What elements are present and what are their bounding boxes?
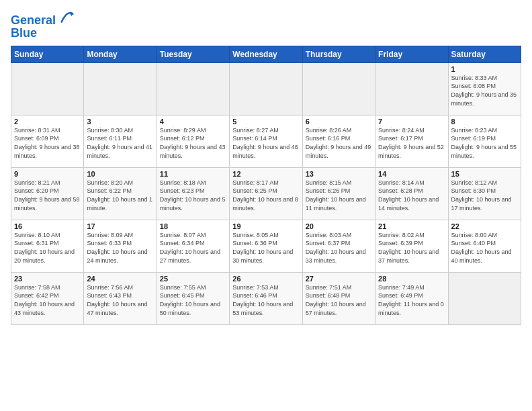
weekday-header-saturday: Saturday bbox=[448, 46, 521, 62]
week-row-4: 16Sunrise: 8:10 AM Sunset: 6:31 PM Dayli… bbox=[11, 220, 521, 272]
calendar-cell: 9Sunrise: 8:21 AM Sunset: 6:20 PM Daylig… bbox=[11, 167, 84, 220]
day-number: 19 bbox=[232, 222, 299, 230]
day-number: 17 bbox=[87, 222, 153, 230]
week-row-1: 1Sunrise: 8:33 AM Sunset: 6:08 PM Daylig… bbox=[11, 62, 521, 115]
calendar-cell: 11Sunrise: 8:18 AM Sunset: 6:23 PM Dayli… bbox=[157, 167, 229, 220]
day-number: 15 bbox=[451, 170, 518, 178]
day-number: 4 bbox=[160, 118, 226, 126]
day-number: 10 bbox=[87, 170, 153, 178]
day-info: Sunrise: 8:24 AM Sunset: 6:17 PM Dayligh… bbox=[378, 126, 445, 160]
day-info: Sunrise: 8:18 AM Sunset: 6:23 PM Dayligh… bbox=[160, 179, 226, 212]
day-info: Sunrise: 8:31 AM Sunset: 6:09 PM Dayligh… bbox=[14, 126, 81, 160]
day-number: 24 bbox=[87, 275, 153, 283]
logo-text: General bbox=[11, 11, 74, 28]
logo-blue: Blue bbox=[11, 26, 74, 40]
day-info: Sunrise: 7:55 AM Sunset: 6:45 PM Dayligh… bbox=[160, 283, 226, 317]
day-info: Sunrise: 7:49 AM Sunset: 6:49 PM Dayligh… bbox=[378, 283, 445, 317]
day-info: Sunrise: 8:30 AM Sunset: 6:11 PM Dayligh… bbox=[87, 126, 153, 160]
calendar-cell: 15Sunrise: 8:12 AM Sunset: 6:30 PM Dayli… bbox=[448, 167, 521, 220]
day-info: Sunrise: 8:26 AM Sunset: 6:16 PM Dayligh… bbox=[306, 126, 372, 160]
day-number: 9 bbox=[14, 170, 81, 178]
calendar-cell: 21Sunrise: 8:02 AM Sunset: 6:39 PM Dayli… bbox=[375, 220, 448, 272]
calendar-cell: 18Sunrise: 8:07 AM Sunset: 6:34 PM Dayli… bbox=[157, 220, 229, 272]
day-info: Sunrise: 8:27 AM Sunset: 6:14 PM Dayligh… bbox=[232, 126, 299, 160]
day-info: Sunrise: 8:10 AM Sunset: 6:31 PM Dayligh… bbox=[14, 231, 81, 265]
calendar-cell: 26Sunrise: 7:53 AM Sunset: 6:46 PM Dayli… bbox=[230, 272, 302, 324]
day-info: Sunrise: 7:51 AM Sunset: 6:48 PM Dayligh… bbox=[306, 283, 372, 317]
day-info: Sunrise: 8:00 AM Sunset: 6:40 PM Dayligh… bbox=[451, 231, 518, 265]
day-number: 1 bbox=[451, 65, 518, 73]
calendar-cell: 17Sunrise: 8:09 AM Sunset: 6:33 PM Dayli… bbox=[84, 220, 157, 272]
calendar-cell: 16Sunrise: 8:10 AM Sunset: 6:31 PM Dayli… bbox=[11, 220, 84, 272]
calendar-cell: 8Sunrise: 8:23 AM Sunset: 6:19 PM Daylig… bbox=[448, 115, 521, 167]
day-info: Sunrise: 7:53 AM Sunset: 6:46 PM Dayligh… bbox=[232, 283, 299, 317]
day-info: Sunrise: 8:15 AM Sunset: 6:26 PM Dayligh… bbox=[306, 179, 372, 212]
day-number: 11 bbox=[160, 170, 226, 178]
day-info: Sunrise: 8:21 AM Sunset: 6:20 PM Dayligh… bbox=[14, 179, 81, 212]
calendar-cell: 19Sunrise: 8:05 AM Sunset: 6:36 PM Dayli… bbox=[230, 220, 302, 272]
calendar-cell: 5Sunrise: 8:27 AM Sunset: 6:14 PM Daylig… bbox=[230, 115, 302, 167]
calendar-cell bbox=[11, 62, 84, 115]
day-number: 22 bbox=[451, 222, 518, 230]
day-info: Sunrise: 7:58 AM Sunset: 6:42 PM Dayligh… bbox=[14, 283, 81, 317]
day-number: 27 bbox=[306, 275, 372, 283]
day-number: 20 bbox=[306, 222, 372, 230]
day-info: Sunrise: 8:14 AM Sunset: 6:28 PM Dayligh… bbox=[378, 179, 445, 212]
calendar-cell: 20Sunrise: 8:03 AM Sunset: 6:37 PM Dayli… bbox=[302, 220, 375, 272]
header: General Blue bbox=[11, 11, 521, 40]
calendar-cell: 28Sunrise: 7:49 AM Sunset: 6:49 PM Dayli… bbox=[375, 272, 448, 324]
day-info: Sunrise: 8:29 AM Sunset: 6:12 PM Dayligh… bbox=[160, 126, 226, 160]
calendar-cell bbox=[230, 62, 302, 115]
calendar-cell: 6Sunrise: 8:26 AM Sunset: 6:16 PM Daylig… bbox=[302, 115, 375, 167]
calendar-table: SundayMondayTuesdayWednesdayThursdayFrid… bbox=[11, 46, 521, 325]
day-info: Sunrise: 8:33 AM Sunset: 6:08 PM Dayligh… bbox=[451, 74, 518, 107]
calendar-cell: 4Sunrise: 8:29 AM Sunset: 6:12 PM Daylig… bbox=[157, 115, 229, 167]
day-number: 12 bbox=[232, 170, 299, 178]
day-number: 18 bbox=[160, 222, 226, 230]
calendar-cell: 3Sunrise: 8:30 AM Sunset: 6:11 PM Daylig… bbox=[84, 115, 157, 167]
calendar-cell: 10Sunrise: 8:20 AM Sunset: 6:22 PM Dayli… bbox=[84, 167, 157, 220]
day-info: Sunrise: 8:12 AM Sunset: 6:30 PM Dayligh… bbox=[451, 179, 518, 212]
day-info: Sunrise: 8:05 AM Sunset: 6:36 PM Dayligh… bbox=[232, 231, 299, 265]
day-number: 8 bbox=[451, 118, 518, 126]
logo-icon bbox=[60, 11, 74, 24]
day-number: 13 bbox=[306, 170, 372, 178]
calendar-cell: 7Sunrise: 8:24 AM Sunset: 6:17 PM Daylig… bbox=[375, 115, 448, 167]
weekday-header-wednesday: Wednesday bbox=[230, 46, 302, 62]
day-number: 3 bbox=[87, 118, 153, 126]
weekday-header-friday: Friday bbox=[375, 46, 448, 62]
day-number: 28 bbox=[378, 275, 445, 283]
calendar-cell: 24Sunrise: 7:56 AM Sunset: 6:43 PM Dayli… bbox=[84, 272, 157, 324]
calendar-cell bbox=[157, 62, 229, 115]
calendar-cell: 1Sunrise: 8:33 AM Sunset: 6:08 PM Daylig… bbox=[448, 62, 521, 115]
calendar-cell bbox=[448, 272, 521, 324]
day-number: 14 bbox=[378, 170, 445, 178]
day-number: 26 bbox=[232, 275, 299, 283]
day-info: Sunrise: 8:02 AM Sunset: 6:39 PM Dayligh… bbox=[378, 231, 445, 265]
day-number: 23 bbox=[14, 275, 81, 283]
week-row-2: 2Sunrise: 8:31 AM Sunset: 6:09 PM Daylig… bbox=[11, 115, 521, 167]
day-info: Sunrise: 8:07 AM Sunset: 6:34 PM Dayligh… bbox=[160, 231, 226, 265]
day-info: Sunrise: 8:20 AM Sunset: 6:22 PM Dayligh… bbox=[87, 179, 153, 212]
weekday-header-row: SundayMondayTuesdayWednesdayThursdayFrid… bbox=[11, 46, 521, 62]
day-info: Sunrise: 7:56 AM Sunset: 6:43 PM Dayligh… bbox=[87, 283, 153, 317]
calendar-cell: 25Sunrise: 7:55 AM Sunset: 6:45 PM Dayli… bbox=[157, 272, 229, 324]
day-number: 6 bbox=[306, 118, 372, 126]
calendar-cell: 12Sunrise: 8:17 AM Sunset: 6:25 PM Dayli… bbox=[230, 167, 302, 220]
weekday-header-tuesday: Tuesday bbox=[157, 46, 229, 62]
day-number: 7 bbox=[378, 118, 445, 126]
week-row-5: 23Sunrise: 7:58 AM Sunset: 6:42 PM Dayli… bbox=[11, 272, 521, 324]
calendar-cell: 13Sunrise: 8:15 AM Sunset: 6:26 PM Dayli… bbox=[302, 167, 375, 220]
weekday-header-sunday: Sunday bbox=[11, 46, 84, 62]
logo: General Blue bbox=[11, 11, 74, 40]
day-info: Sunrise: 8:23 AM Sunset: 6:19 PM Dayligh… bbox=[451, 126, 518, 160]
calendar-cell: 23Sunrise: 7:58 AM Sunset: 6:42 PM Dayli… bbox=[11, 272, 84, 324]
calendar-cell: 2Sunrise: 8:31 AM Sunset: 6:09 PM Daylig… bbox=[11, 115, 84, 167]
day-number: 16 bbox=[14, 222, 81, 230]
day-number: 25 bbox=[160, 275, 226, 283]
calendar-cell bbox=[302, 62, 375, 115]
day-info: Sunrise: 8:03 AM Sunset: 6:37 PM Dayligh… bbox=[306, 231, 372, 265]
calendar-cell: 27Sunrise: 7:51 AM Sunset: 6:48 PM Dayli… bbox=[302, 272, 375, 324]
day-number: 2 bbox=[14, 118, 81, 126]
day-number: 5 bbox=[232, 118, 299, 126]
